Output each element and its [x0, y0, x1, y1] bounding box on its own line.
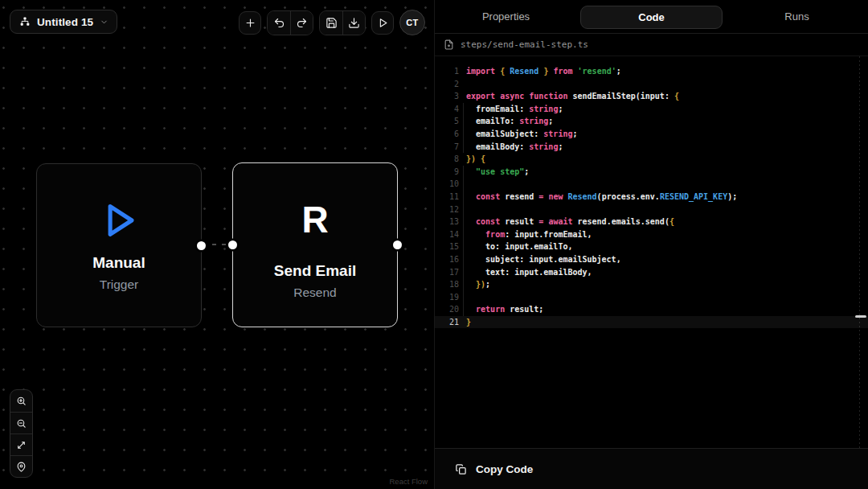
chevron-down-icon — [100, 18, 108, 27]
plus-icon — [244, 17, 256, 29]
resend-logo: R — [233, 175, 397, 265]
node-subtitle: Resend — [233, 286, 397, 300]
undo-icon — [273, 17, 285, 29]
code-line: 18 }); — [435, 278, 868, 291]
code-line: 15 to: input.emailTo, — [435, 240, 868, 253]
tab-code[interactable]: Code — [577, 0, 726, 33]
code-line: 13 const result = await resend.emails.se… — [435, 216, 868, 228]
download-button[interactable] — [342, 11, 365, 35]
redo-button[interactable] — [290, 11, 313, 35]
code-line: 4 fromEmail: string; — [435, 103, 868, 116]
code-line: 11 const resend = new Resend(process.env… — [435, 191, 868, 203]
workflow-builder-app: Untitled 15 — [0, 0, 868, 489]
node-subtitle: Trigger — [37, 277, 201, 292]
react-flow-attribution: React Flow — [389, 477, 428, 486]
file-path-bar: steps/send-email-step.ts — [435, 34, 868, 56]
zoom-in-icon — [16, 396, 27, 406]
code-line: 17 text: input.emailBody, — [435, 266, 868, 279]
code-lines: 1import { Resend } from 'resend';23expor… — [435, 56, 868, 328]
file-icon — [444, 39, 454, 50]
cursor-marker — [855, 315, 866, 318]
code-line: 9 "use step"; — [435, 166, 868, 179]
panel-footer: Copy Code — [435, 448, 868, 489]
fit-view-button[interactable] — [10, 434, 32, 455]
tab-properties[interactable]: Properties — [435, 0, 577, 33]
node-send-email[interactable]: R Send Email Resend — [232, 162, 398, 327]
file-path: steps/send-email-step.ts — [461, 39, 588, 50]
code-line: 12 — [435, 203, 868, 216]
code-line: 8}) { — [435, 153, 868, 166]
zoom-in-button[interactable] — [10, 390, 32, 412]
panel-tabs: Properties Code Runs — [435, 0, 868, 34]
location-pin-icon — [16, 462, 27, 472]
code-line: 1import { Resend } from 'resend'; — [435, 65, 868, 78]
code-line: 20 return result; — [435, 303, 868, 316]
zoom-out-button[interactable] — [10, 412, 32, 434]
location-button[interactable] — [10, 455, 32, 477]
code-line: 5 emailTo: string; — [435, 115, 868, 128]
code-editor[interactable]: 1import { Resend } from 'resend';23expor… — [435, 56, 868, 448]
add-node-button[interactable] — [239, 11, 261, 35]
node-title: Manual — [37, 254, 201, 272]
run-workflow-button[interactable] — [371, 11, 394, 35]
file-button-group — [319, 10, 366, 35]
source-handle[interactable] — [393, 240, 402, 249]
save-icon — [326, 17, 338, 29]
code-line: 2 — [435, 78, 868, 91]
history-button-group — [267, 10, 313, 35]
tab-runs[interactable]: Runs — [726, 0, 868, 33]
copy-code-button[interactable]: Copy Code — [455, 463, 533, 475]
download-icon — [348, 17, 360, 29]
fit-view-icon — [16, 440, 27, 450]
undo-button[interactable] — [268, 11, 290, 35]
code-line: 10 — [435, 178, 868, 191]
avatar-initials: CT — [406, 18, 418, 27]
source-handle[interactable] — [197, 241, 206, 250]
code-line: 7 emailBody: string; — [435, 141, 868, 154]
flow-canvas[interactable]: Untitled 15 — [0, 0, 434, 489]
workflow-selector[interactable]: Untitled 15 — [10, 10, 117, 34]
workflow-name: Untitled 15 — [37, 16, 93, 28]
redo-icon — [296, 17, 308, 29]
copy-icon — [455, 463, 467, 475]
inspector-panel: Properties Code Runs steps/send-email-st… — [434, 0, 868, 489]
code-line: 19 — [435, 291, 868, 304]
save-button[interactable] — [320, 11, 342, 35]
code-line: 6 emailSubject: string; — [435, 128, 868, 141]
play-icon — [377, 17, 389, 29]
code-line: 3export async function sendEmailStep(inp… — [435, 90, 868, 103]
play-icon — [37, 197, 201, 244]
node-title: Send Email — [233, 262, 397, 280]
target-handle[interactable] — [228, 240, 237, 249]
code-line: 14 from: input.fromEmail, — [435, 228, 868, 241]
workflow-icon — [19, 16, 31, 27]
canvas-controls — [10, 389, 33, 478]
copy-code-label: Copy Code — [476, 463, 533, 475]
zoom-out-icon — [16, 418, 27, 429]
node-manual-trigger[interactable]: Manual Trigger — [36, 163, 202, 327]
account-avatar[interactable]: CT — [399, 10, 425, 35]
code-line: 16 subject: input.emailSubject, — [435, 253, 868, 266]
code-line: 21} — [435, 316, 868, 329]
canvas-toolbar: CT — [239, 10, 425, 35]
